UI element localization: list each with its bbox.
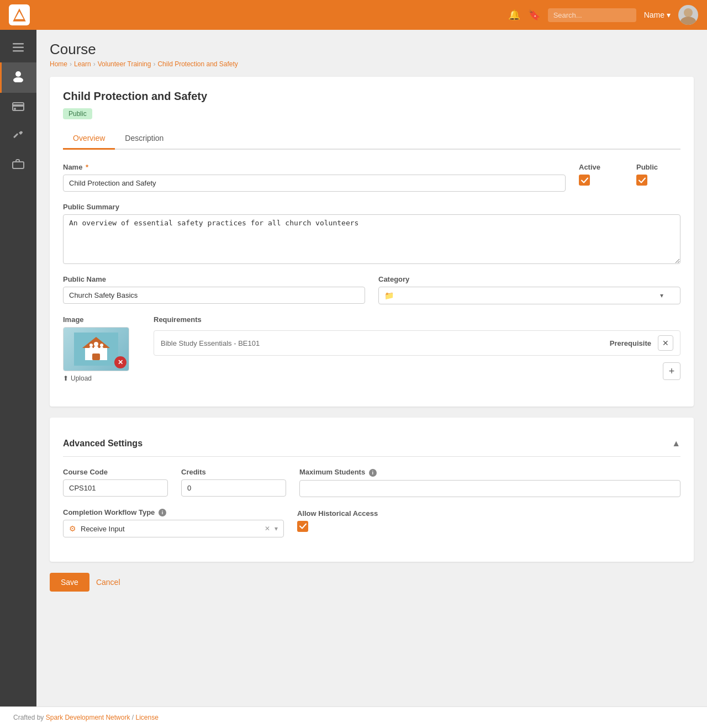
svg-rect-23	[100, 347, 103, 351]
active-checkbox[interactable]	[579, 175, 590, 186]
svg-rect-21	[94, 346, 98, 351]
breadcrumb-sep-3: ›	[153, 60, 155, 68]
image-preview: ✕	[63, 327, 129, 371]
breadcrumb-home[interactable]: Home	[50, 60, 67, 68]
spark-link[interactable]: Spark Development Network	[46, 714, 130, 721]
svg-rect-19	[89, 347, 93, 351]
summary-label: Public Summary	[63, 203, 680, 211]
max-students-label: Maximum Students i	[299, 468, 680, 477]
license-link[interactable]: License	[135, 714, 158, 721]
sidebar-item-menu[interactable]	[0, 34, 36, 62]
breadcrumb-sep-1: ›	[70, 60, 72, 68]
app-logo[interactable]	[9, 4, 30, 25]
course-code-input[interactable]	[63, 479, 168, 497]
workflow-type-select[interactable]: ⚙ Receive Input ✕ ▾	[63, 520, 284, 537]
form-row-publicname: Public Name Category 📁 ▾	[63, 275, 680, 304]
wrench-icon	[13, 130, 24, 144]
save-button[interactable]: Save	[50, 573, 89, 592]
breadcrumb-learn[interactable]: Learn	[74, 60, 91, 68]
notifications-icon[interactable]: 🔔	[508, 9, 520, 21]
credits-input[interactable]	[181, 479, 286, 497]
form-group-workflow: Completion Workflow Type i ⚙ Receive Inp…	[63, 508, 284, 538]
page-title: Course	[50, 41, 694, 58]
requirement-name: Bible Study Essentials - BE101	[161, 339, 603, 347]
form-row-summary: Public Summary An overview of essential …	[63, 203, 680, 264]
requirements-label: Requirements	[154, 315, 680, 324]
name-input[interactable]	[63, 175, 566, 192]
sidebar-item-settings[interactable]	[0, 122, 36, 151]
bookmarks-icon[interactable]: 🔖	[528, 9, 540, 21]
category-label: Category	[378, 275, 680, 283]
workflow-clear-button[interactable]: ✕	[265, 525, 270, 532]
sidebar-item-finance[interactable]	[0, 93, 36, 122]
remove-image-button[interactable]: ✕	[114, 356, 126, 368]
form-group-public: Public	[636, 163, 680, 186]
cancel-button[interactable]: Cancel	[96, 578, 120, 587]
breadcrumb-course[interactable]: Child Protection and Safety	[157, 60, 238, 68]
historical-checkbox[interactable]	[297, 521, 308, 532]
course-code-label: Course Code	[63, 468, 168, 476]
course-tabs: Overview Description	[63, 128, 680, 150]
page-header: Course Home › Learn › Volunteer Training…	[50, 41, 694, 68]
footer-actions: Save Cancel	[50, 573, 694, 592]
add-requirement-button[interactable]: +	[663, 362, 680, 380]
tab-description[interactable]: Description	[115, 128, 173, 150]
adv-row-codes: Course Code Credits Maximum Students i	[63, 468, 680, 497]
finance-icon	[12, 101, 24, 114]
public-name-label: Public Name	[63, 275, 365, 283]
remove-requirement-button[interactable]: ✕	[658, 335, 673, 351]
form-group-course-code: Course Code	[63, 468, 168, 497]
public-label: Public	[636, 163, 680, 171]
credits-label: Credits	[181, 468, 286, 476]
avatar[interactable]	[678, 5, 698, 25]
form-group-name: Name *	[63, 163, 566, 192]
image-upload-area: ✕ ⬆ Upload	[63, 327, 129, 382]
adv-row-workflow: Completion Workflow Type i ⚙ Receive Inp…	[63, 508, 680, 538]
sidebar	[0, 30, 36, 706]
form-row-image-req: Image	[63, 315, 680, 382]
svg-rect-10	[13, 104, 24, 107]
breadcrumb-sep-2: ›	[93, 60, 96, 68]
top-navigation: 🔔 🔖 Name ▾	[0, 0, 707, 30]
requirement-type[interactable]: Prerequisite	[610, 339, 651, 347]
breadcrumb-volunteer-training[interactable]: Volunteer Training	[98, 60, 151, 68]
svg-point-8	[13, 77, 23, 82]
workflow-label: Completion Workflow Type i	[63, 508, 284, 517]
user-dropdown-arrow: ▾	[667, 10, 671, 19]
svg-point-22	[100, 344, 103, 347]
svg-rect-17	[92, 354, 100, 360]
user-name-label: Name	[644, 10, 664, 19]
name-label: Name *	[63, 163, 566, 171]
tab-overview[interactable]: Overview	[63, 128, 115, 150]
sidebar-item-person[interactable]	[0, 62, 36, 93]
name-required: *	[86, 163, 88, 171]
advanced-settings-header[interactable]: Advanced Settings ▲	[63, 431, 680, 457]
form-group-category: Category 📁 ▾	[378, 275, 680, 304]
global-search-input[interactable]	[548, 8, 636, 22]
status-badge: Public	[63, 108, 92, 119]
category-dropdown-arrow: ▾	[660, 292, 663, 299]
workflow-gear-icon: ⚙	[69, 524, 76, 533]
category-select[interactable]: 📁 ▾	[378, 287, 680, 304]
form-group-public-name: Public Name	[63, 275, 365, 304]
main-content: Course Home › Learn › Volunteer Training…	[36, 30, 707, 706]
requirement-item: Bible Study Essentials - BE101 Prerequis…	[154, 330, 680, 356]
image-label: Image	[63, 315, 140, 324]
active-label: Active	[579, 163, 623, 171]
svg-rect-5	[13, 47, 24, 49]
svg-point-18	[89, 344, 93, 347]
svg-point-11	[14, 108, 16, 110]
summary-textarea[interactable]: An overview of essential safety practice…	[63, 214, 680, 264]
breadcrumb: Home › Learn › Volunteer Training › Chil…	[50, 60, 694, 68]
menu-icon	[13, 42, 24, 55]
max-students-info-icon[interactable]: i	[369, 469, 377, 477]
upload-button[interactable]: ⬆ Upload	[63, 374, 92, 382]
max-students-input[interactable]	[299, 480, 680, 497]
public-checkbox[interactable]	[636, 175, 647, 186]
workflow-info-icon[interactable]: i	[159, 509, 166, 516]
advanced-settings-toggle-icon: ▲	[672, 439, 680, 449]
public-name-input[interactable]	[63, 287, 365, 304]
user-menu-button[interactable]: Name ▾	[644, 10, 671, 19]
form-row-name: Name * Active Public	[63, 163, 680, 192]
sidebar-item-tools[interactable]	[0, 151, 36, 180]
